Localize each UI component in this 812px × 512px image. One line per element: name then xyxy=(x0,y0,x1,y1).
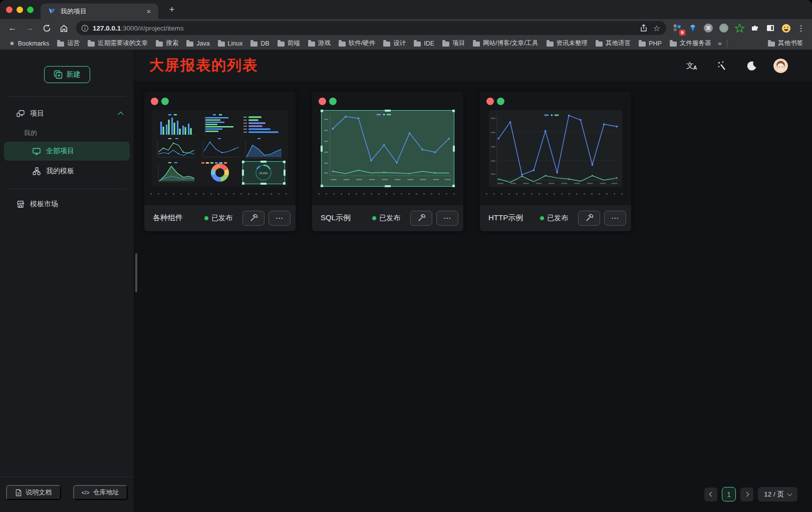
docs-button-label: 说明文档 xyxy=(26,488,52,497)
project-thumbnail[interactable] xyxy=(489,110,622,187)
bookmark-star-icon[interactable]: ☆ xyxy=(650,22,663,35)
project-card[interactable]: SQL示例 已发布 ⋯ xyxy=(312,92,463,231)
close-window-button[interactable] xyxy=(6,7,13,13)
bookmark-folder[interactable]: PHP xyxy=(635,38,666,49)
bookmark-label: 文件服务器 xyxy=(680,39,711,48)
more-actions-button[interactable]: ⋯ xyxy=(604,211,626,226)
browser-tab[interactable]: 我的项目 × xyxy=(41,4,158,19)
circle-extension-icon[interactable] xyxy=(718,22,730,34)
edit-project-button[interactable] xyxy=(410,211,432,226)
edit-project-button[interactable] xyxy=(242,211,264,226)
selected-line-chart xyxy=(321,110,454,187)
sidebar-footer: 说明文档 </> 仓库地址 xyxy=(0,476,134,512)
bookmark-folder[interactable]: 近期需要读的文章 xyxy=(84,38,152,49)
bookmark-folder[interactable]: 网站/博客/文章/工具 xyxy=(469,38,542,49)
status-dot-icon xyxy=(540,216,544,220)
url-text: 127.0.0.1:3000/#/project/items xyxy=(93,25,637,32)
bookmark-folder[interactable]: 游戏 xyxy=(304,38,335,49)
new-project-button[interactable]: 新建 xyxy=(44,66,90,83)
side-panel-icon[interactable] xyxy=(764,22,776,34)
repo-button[interactable]: </> 仓库地址 xyxy=(73,485,128,500)
project-card[interactable]: 25.00% 各种组件 已发布 xyxy=(144,92,296,231)
sidebar-sub-label: 我的 xyxy=(4,124,130,141)
bookmark-folder[interactable]: 运营 xyxy=(53,38,84,49)
bookmark-folder[interactable]: 搜索 xyxy=(152,38,182,49)
hammer-icon xyxy=(417,214,426,222)
bookmark-label: 其他书签 xyxy=(778,39,803,48)
app-root: 新建 项目 我的 xyxy=(0,50,812,512)
folder-icon xyxy=(639,42,646,47)
home-icon[interactable] xyxy=(57,21,71,35)
browser-menu-icon[interactable]: ⋮ xyxy=(794,24,808,33)
chevron-left-icon xyxy=(709,492,714,497)
dark-mode-moon-icon[interactable] xyxy=(744,58,759,73)
address-bar[interactable]: 127.0.0.1:3000/#/project/items ☆ xyxy=(76,21,666,35)
magic-wand-icon[interactable] xyxy=(714,58,729,73)
chevron-down-icon xyxy=(787,491,792,496)
folder-icon xyxy=(596,42,603,47)
bookmark-folder[interactable]: Linux xyxy=(214,38,247,49)
page-title: 大屏报表的列表 xyxy=(149,56,258,76)
bookmarks-manager-item[interactable]: ★ Bookmarks xyxy=(5,38,53,49)
language-icon[interactable]: 文A xyxy=(684,58,699,73)
red-dot-icon xyxy=(319,98,326,105)
bookmark-folder[interactable]: 设计 xyxy=(379,38,410,49)
edit-project-button[interactable] xyxy=(578,211,600,226)
bookmark-folder[interactable]: 资讯未整理 xyxy=(543,38,592,49)
puzzle-extensions-icon[interactable] xyxy=(749,22,761,34)
tab-close-icon[interactable]: × xyxy=(144,7,153,16)
project-card[interactable]: HTTP示例 已发布 xyxy=(480,92,631,231)
bookmark-folder[interactable]: 项目 xyxy=(438,38,469,49)
reload-icon[interactable] xyxy=(40,21,54,35)
sidebar-item-all-projects[interactable]: 全部项目 xyxy=(4,142,130,161)
card-footer: 各种组件 已发布 ⋯ xyxy=(144,204,296,231)
selection-box xyxy=(321,110,454,187)
more-actions-button[interactable]: ⋯ xyxy=(268,211,291,226)
bookmark-label: 软件/硬件 xyxy=(349,39,375,48)
site-info-icon[interactable] xyxy=(81,25,89,32)
bookmark-folder[interactable]: 软件/硬件 xyxy=(335,38,379,49)
chevron-up-icon[interactable] xyxy=(118,112,123,117)
extension-badge: 9 xyxy=(679,30,685,36)
current-page-button[interactable]: 1 xyxy=(722,487,736,501)
minimize-window-button[interactable] xyxy=(17,7,23,13)
page-size-select[interactable]: 12 / 页 xyxy=(758,487,797,501)
bookmark-label: IDE xyxy=(424,40,434,47)
share-icon[interactable] xyxy=(637,22,650,35)
bookmarks-bar: ★ Bookmarks 运营 近期需要读的文章 搜索 Java Linux DB… xyxy=(0,37,812,50)
sidebar-group-projects[interactable]: 项目 xyxy=(4,104,130,124)
forward-icon: → xyxy=(23,21,37,35)
more-icon: ⋯ xyxy=(611,216,619,221)
project-name: SQL示例 xyxy=(321,213,372,223)
other-bookmarks-folder[interactable]: 其他书签 xyxy=(729,38,807,49)
fullscreen-window-button[interactable] xyxy=(27,7,34,13)
bookmark-folder[interactable]: DB xyxy=(246,38,273,49)
grid-extension-icon[interactable]: 9 xyxy=(671,22,683,34)
prev-page-button[interactable] xyxy=(704,487,717,501)
bookmark-folder[interactable]: 前端 xyxy=(274,38,304,49)
sidebar-item-template-market[interactable]: 模板市场 xyxy=(4,194,130,214)
sidebar: 新建 项目 我的 xyxy=(0,50,134,512)
folder-icon xyxy=(218,42,225,47)
scrollbar-thumb[interactable] xyxy=(135,253,137,292)
bookmark-folder[interactable]: 其他语言 xyxy=(592,38,635,49)
docs-button[interactable]: 说明文档 xyxy=(6,485,61,500)
back-icon[interactable]: ← xyxy=(6,21,20,35)
user-avatar[interactable] xyxy=(773,59,788,73)
command-extension-icon[interactable]: ⌘ xyxy=(702,22,714,34)
bookmark-label: 项目 xyxy=(452,39,465,48)
bookmark-folder[interactable]: Java xyxy=(182,38,213,49)
emoji-extension-icon[interactable] xyxy=(780,22,792,34)
mini-donut-chart xyxy=(198,161,241,184)
sidebar-item-my-templates[interactable]: 我的模板 xyxy=(4,162,130,181)
next-page-button[interactable] xyxy=(740,487,753,501)
new-tab-button[interactable]: + xyxy=(165,3,178,16)
bookmarks-overflow-icon[interactable]: » xyxy=(715,40,724,47)
project-thumbnail[interactable]: 25.00% xyxy=(152,110,288,187)
bookmark-folder[interactable]: IDE xyxy=(410,38,438,49)
gem-extension-icon[interactable] xyxy=(687,22,699,34)
green-star-extension-icon[interactable] xyxy=(733,22,745,34)
more-actions-button[interactable]: ⋯ xyxy=(436,211,458,226)
bookmark-folder[interactable]: 文件服务器 xyxy=(666,38,715,49)
project-thumbnail[interactable] xyxy=(321,110,454,187)
